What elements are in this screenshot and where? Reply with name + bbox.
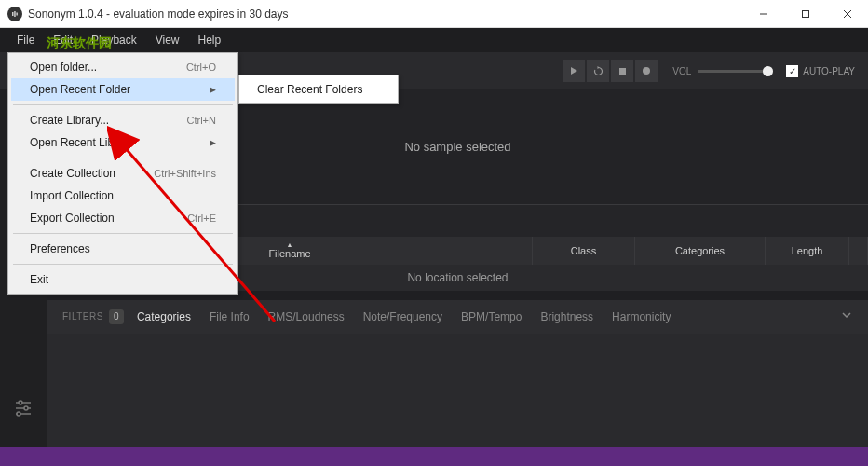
filter-tab-bpm[interactable]: BPM/Tempo (461, 310, 522, 323)
menu-separator (13, 158, 233, 158)
footer-bar (0, 447, 868, 466)
record-button[interactable] (635, 60, 658, 82)
svg-rect-2 (16, 12, 18, 15)
submenu-arrow-icon: ▶ (210, 138, 216, 147)
maximize-button[interactable] (784, 0, 826, 28)
titlebar: Sononym 1.0.4 - evaluation mode expires … (0, 0, 868, 28)
menu-exit[interactable]: Exit (11, 268, 235, 291)
menu-create-library[interactable]: Create Library... Ctrl+N (11, 109, 235, 131)
menu-create-collection[interactable]: Create Collection Ctrl+Shift+Ins (11, 162, 235, 185)
filter-tab-rms[interactable]: RMS/Loudness (268, 310, 345, 323)
menu-file[interactable]: File (7, 30, 44, 50)
filter-tab-brightness[interactable]: Brightness (540, 310, 593, 323)
menu-import-collection[interactable]: Import Collection (11, 185, 235, 207)
filter-tab-harmonicity[interactable]: Harmonicity (612, 310, 671, 323)
svg-marker-7 (571, 67, 577, 75)
menu-separator (13, 264, 233, 265)
menu-clear-recent-folders[interactable]: Clear Recent Folders (242, 78, 395, 101)
window-title: Sononym 1.0.4 - evaluation mode expires … (28, 7, 742, 21)
no-sample-message: No sample selected (404, 140, 510, 154)
sort-indicator-icon: ▲ (287, 241, 293, 248)
volume-knob[interactable] (763, 66, 773, 76)
column-filename-label: Filename (268, 248, 310, 259)
filter-tab-categories[interactable]: Categories (137, 310, 191, 323)
filters-count-badge: 0 (109, 309, 124, 324)
reload-button[interactable] (587, 60, 609, 82)
svg-point-16 (17, 412, 20, 416)
volume-slider[interactable] (698, 70, 773, 73)
menu-edit[interactable]: Edit (44, 30, 82, 50)
column-length[interactable]: Length (766, 237, 849, 265)
menu-help[interactable]: Help (189, 30, 231, 50)
autoplay-toggle[interactable]: ✓ AUTO-PLAY (786, 65, 855, 77)
volume-label: VOL (672, 66, 691, 76)
shortcut: Ctrl+Shift+Ins (154, 168, 216, 179)
filter-tab-file-info[interactable]: File Info (210, 310, 250, 323)
menubar: File Edit Playback View Help (0, 28, 868, 52)
filters-row: FILTERS 0 Categories File Info RMS/Loudn… (47, 300, 868, 334)
column-categories[interactable]: Categories (635, 237, 766, 265)
filter-tab-note[interactable]: Note/Frequency (363, 310, 442, 323)
autoplay-checkbox[interactable]: ✓ (786, 65, 798, 77)
shortcut: Ctrl+O (186, 62, 216, 73)
filters-label: FILTERS (62, 311, 103, 322)
menu-open-folder[interactable]: Open folder... Ctrl+O (11, 56, 235, 78)
menu-separator (13, 233, 233, 234)
shortcut: Ctrl+N (187, 115, 216, 126)
menu-export-collection[interactable]: Export Collection Ctrl+E (11, 207, 235, 229)
close-button[interactable] (826, 0, 868, 28)
filters-collapse-icon[interactable] (840, 308, 853, 325)
app-icon (7, 7, 22, 21)
svg-rect-4 (802, 10, 808, 17)
column-class[interactable]: Class (533, 237, 635, 265)
svg-rect-0 (12, 12, 14, 16)
svg-marker-8 (597, 66, 599, 69)
column-extra[interactable] (849, 237, 868, 265)
menu-separator (13, 104, 233, 105)
svg-rect-9 (619, 68, 626, 75)
menu-playback[interactable]: Playback (82, 30, 146, 50)
file-menu-dropdown: Open folder... Ctrl+O Open Recent Folder… (7, 52, 238, 295)
menu-view[interactable]: View (146, 30, 189, 50)
svg-point-10 (643, 67, 650, 75)
menu-open-recent-folder[interactable]: Open Recent Folder ▶ (11, 78, 235, 101)
stop-button[interactable] (611, 60, 633, 82)
filters-body (47, 334, 868, 448)
autoplay-label: AUTO-PLAY (803, 66, 855, 76)
submenu-arrow-icon: ▶ (210, 85, 216, 94)
svg-point-14 (24, 406, 28, 410)
recent-folder-submenu: Clear Recent Folders (238, 75, 399, 104)
shortcut: Ctrl+E (187, 212, 216, 224)
window-controls (742, 0, 868, 28)
svg-point-12 (19, 401, 22, 404)
menu-preferences[interactable]: Preferences (11, 238, 235, 260)
menu-open-recent-library[interactable]: Open Recent Library ▶ (11, 131, 235, 154)
svg-rect-1 (14, 11, 16, 17)
play-button[interactable] (563, 60, 585, 82)
minimize-button[interactable] (742, 0, 784, 28)
settings-sliders-icon[interactable] (12, 397, 34, 419)
